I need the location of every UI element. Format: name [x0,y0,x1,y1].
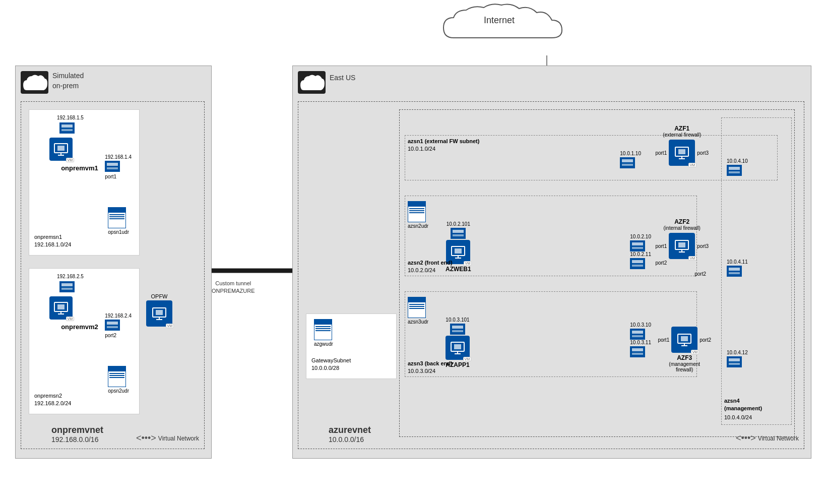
vm1-ip-label: 192.168.1.5 [57,115,84,120]
onpremsn1-cidr: 192.168.1.0/24 [34,241,71,247]
azsn2-name: azsn2 (front end) [408,260,453,266]
svg-rect-42 [107,322,118,325]
tunnel-label: Custom tunnel ONPREMAZURE [212,280,255,295]
svg-rect-87 [729,268,740,271]
azsn4-area: 10.0.4.10 10.0.4.11 [721,117,792,425]
opsn2udr-icon: opsn2udr [108,366,129,394]
svg-rect-24 [59,122,75,134]
gateway-subnet-box: azgwudr GatewaySubnet 10.0.0.0/28 [306,313,397,379]
onpremvnet-box: onpremvnet 192.168.0.0/16 <•••> Virtual … [21,101,205,449]
vm1-top-nic [59,122,75,135]
svg-rect-33 [107,167,118,169]
svg-rect-57 [451,228,466,239]
az-inner-box: azsn1 (external FW subnet) 10.0.1.0/24 1… [399,109,795,437]
svg-rect-70 [450,324,465,335]
azsn4-cidr: 10.0.4.0/24 [724,414,752,420]
svg-rect-58 [453,230,464,233]
left-region-header: Simulated on-prem [21,71,84,95]
svg-rect-35 [61,283,73,286]
onpremvm2-icon: VM [49,296,73,320]
svg-rect-56 [622,164,633,166]
svg-rect-64 [630,240,645,251]
svg-rect-31 [105,161,120,172]
svg-rect-43 [107,326,118,328]
left-region-label: Simulated on-prem [52,71,84,91]
svg-rect-67 [630,258,645,269]
svg-rect-72 [452,330,463,332]
azsn2-nic1: 10.0.2.10 [630,234,651,253]
svg-rect-101 [681,336,688,341]
onpremvnet-type: <•••> Virtual Network [136,433,199,444]
opfw-label-above: OPFW VM [146,293,172,327]
gateway-subnet-name: GatewaySubnet [311,357,351,363]
azf2-area: AZF2 (internal firewall) port1 VM [655,218,709,266]
svg-rect-85 [729,171,740,173]
azsn3-nic2: 10.0.3.11 [630,340,651,358]
svg-rect-54 [620,157,635,168]
svg-rect-93 [678,149,685,154]
onpremvnet-name: onpremvnet 192.168.0.0/16 [51,425,103,444]
svg-rect-74 [454,344,461,349]
svg-rect-82 [632,353,643,355]
subnet1-box: 192.168.1.5 [29,109,140,256]
svg-rect-26 [61,129,73,131]
vm2-nic-port2: 192.168.2.4 port2 [105,313,132,338]
right-region: East US azurevnet 10.0.0.0/16 <•••> Virt… [292,66,811,459]
svg-rect-90 [729,358,740,361]
azsn4-nic1: 10.0.4.10 [727,158,748,177]
right-region-label: East US [330,71,355,82]
opsn1udr-icon: opsn1udr [108,207,129,235]
right-region-header: East US [298,71,355,95]
diagram-container: Internet Public IP Simulated on-prem onp… [0,0,826,504]
svg-rect-84 [729,167,740,170]
onpremsn1-label: onpremsn1 [34,234,62,240]
azf3-area: port1 VM port2 AZF3 [658,327,711,372]
svg-rect-55 [622,159,633,162]
svg-rect-28 [57,146,65,151]
svg-rect-65 [632,242,643,245]
azsn3udr-icon: azsn3udr [408,297,428,325]
svg-rect-68 [632,260,643,263]
svg-rect-66 [632,247,643,249]
svg-rect-38 [57,304,65,309]
svg-rect-88 [729,272,740,274]
svg-rect-78 [632,331,643,334]
left-cloud-icon [21,71,48,95]
left-region: Simulated on-prem onpremvnet 192.168.0.0… [15,66,212,459]
azf1-area: AZF1 (external firewall) port1 VM [655,125,709,166]
azsn2-area: azsn2udr 10.0.2.101 [405,196,697,276]
azsn1-nic: 10.0.1.10 [620,151,641,169]
svg-rect-77 [630,329,645,340]
right-cloud-icon [298,71,326,95]
vm2-top-nic [59,281,75,293]
azsn4-nic3: 10.0.4.12 [727,350,748,368]
azsn1-cidr: 10.0.1.0/24 [408,146,435,152]
azurevnet-name: azurevnet 10.0.0.0/16 [329,425,371,444]
azsn2-nic2: 10.0.2.11 [630,251,651,270]
internet-cloud: Internet [433,3,605,58]
svg-rect-81 [632,348,643,351]
svg-rect-97 [678,242,685,247]
svg-rect-79 [632,335,643,337]
svg-rect-32 [107,163,118,166]
azsn4-nic2: 10.0.4.11 [727,259,748,278]
subnet2-box: 192.168.2.5 [29,268,140,414]
azsn4-name: azsn4(management) [724,397,762,412]
azsn1-name: azsn1 (external FW subnet) [408,138,479,144]
azsn3-cidr: 10.0.3.0/24 [408,368,435,374]
azsn3-nic1: 10.0.3.10 [630,322,651,341]
svg-rect-69 [632,265,643,267]
onpremsn2-cidr: 192.168.2.0/24 [34,400,71,406]
azsn2udr-icon: azsn2udr [408,201,428,229]
svg-rect-41 [105,320,120,331]
svg-rect-89 [727,356,742,367]
azsn2-cidr: 10.0.2.0/24 [408,267,435,273]
azurevnet-box: azurevnet 10.0.0.0/16 <•••> Virtual Netw… [298,101,804,449]
onpremsn2-label: onpremsn2 [34,393,62,399]
onpremvm1-icon: VM [49,138,73,161]
azweb1-label: AZWEB1 [446,266,471,273]
svg-rect-91 [729,363,740,365]
azf2-port2-label: port2 [694,271,706,277]
azsn3-area: azsn3udr 10.0.3.101 [405,291,697,377]
svg-rect-25 [61,124,73,128]
